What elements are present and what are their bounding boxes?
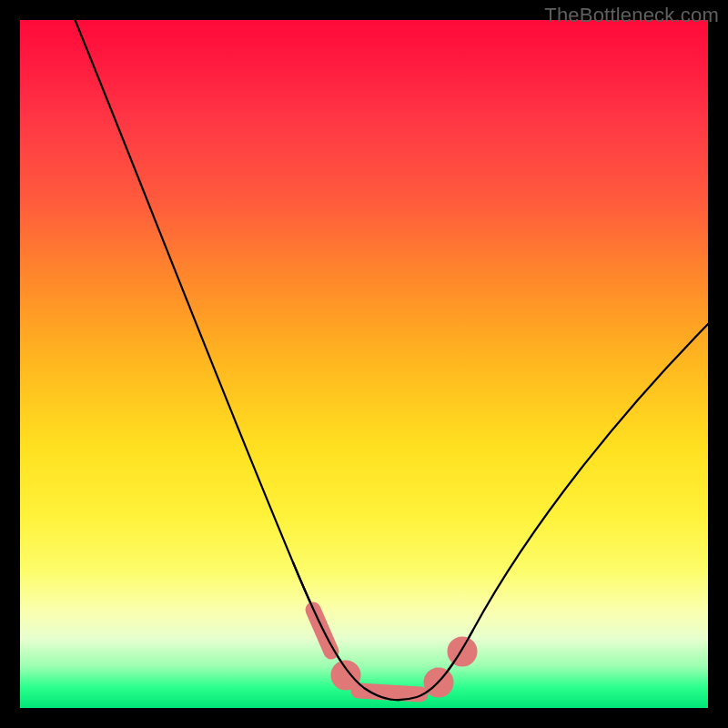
outer-frame: TheBottleneck.com bbox=[0, 0, 728, 728]
plot-area bbox=[20, 20, 708, 708]
watermark-text: TheBottleneck.com bbox=[544, 4, 719, 27]
highlight-segment bbox=[313, 610, 470, 694]
bottleneck-curve bbox=[73, 15, 721, 700]
chart-svg bbox=[20, 20, 708, 708]
